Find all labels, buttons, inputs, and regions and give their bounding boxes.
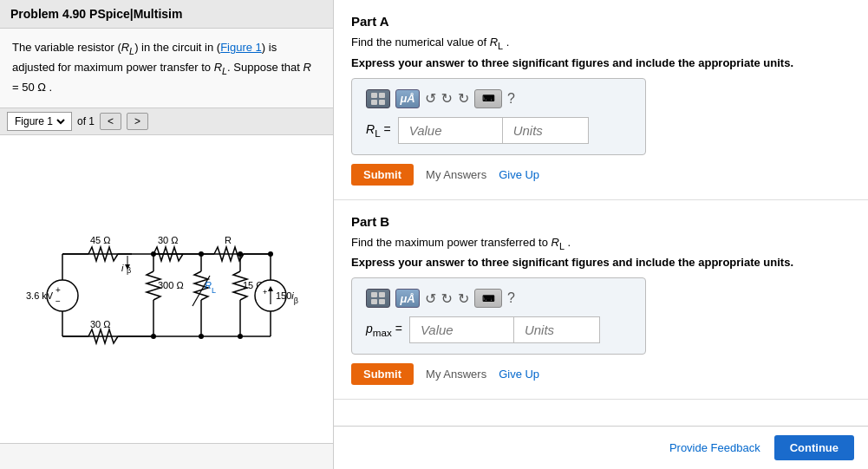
left-bottom-bar bbox=[0, 443, 333, 469]
svg-point-45 bbox=[268, 251, 273, 257]
svg-rect-49 bbox=[379, 100, 385, 105]
svg-point-39 bbox=[151, 251, 156, 257]
svg-text:RL: RL bbox=[205, 280, 216, 295]
part-b-value-input[interactable] bbox=[409, 316, 513, 343]
part-b-redo-icon[interactable]: ↺ bbox=[441, 290, 453, 307]
svg-text:30 Ω: 30 Ω bbox=[158, 235, 179, 245]
figure-link[interactable]: Figure 1 bbox=[220, 41, 262, 54]
problem-description: The variable resistor (RL) in the circui… bbox=[0, 29, 333, 108]
part-b-keyboard-icon[interactable]: ⌨ bbox=[474, 289, 502, 308]
part-a-toolbar: μÅ ↺ ↺ ↻ ⌨ ? bbox=[366, 89, 631, 108]
part-a-my-answers[interactable]: My Answers bbox=[426, 168, 486, 181]
svg-text:R: R bbox=[225, 235, 232, 245]
svg-point-44 bbox=[238, 334, 243, 339]
part-b-undo-icon[interactable]: ↺ bbox=[425, 290, 436, 307]
rl-var2: RL bbox=[214, 61, 227, 74]
svg-point-42 bbox=[199, 334, 204, 339]
svg-point-41 bbox=[151, 334, 156, 339]
refresh-icon[interactable]: ↻ bbox=[458, 90, 469, 107]
svg-rect-50 bbox=[371, 292, 377, 297]
part-a-section: Part A Find the numerical value of RL . … bbox=[334, 0, 868, 200]
part-b-refresh-icon[interactable]: ↻ bbox=[458, 290, 469, 307]
part-b-submit-button[interactable]: Submit bbox=[351, 363, 414, 385]
part-a-submit-button[interactable]: Submit bbox=[351, 164, 414, 186]
figure-select[interactable]: Figure 1 bbox=[7, 112, 72, 131]
circuit-area: + − 3.6 kV 45 Ω i β R 300 Ω bbox=[0, 135, 333, 443]
svg-text:3.6 kV: 3.6 kV bbox=[26, 290, 54, 301]
part-a-answer-box: μÅ ↺ ↺ ↻ ⌨ ? RL = bbox=[351, 78, 646, 155]
part-b-help-icon[interactable]: ? bbox=[507, 290, 515, 306]
prev-button[interactable]: < bbox=[100, 113, 121, 130]
svg-text:i: i bbox=[121, 263, 124, 273]
provide-feedback-link[interactable]: Provide Feedback bbox=[669, 441, 760, 454]
left-panel: Problem 4.90 PSpice|Multisim The variabl… bbox=[0, 0, 334, 469]
part-b-action-row: Submit My Answers Give Up bbox=[351, 363, 851, 385]
svg-rect-53 bbox=[379, 299, 385, 304]
part-b-give-up[interactable]: Give Up bbox=[499, 368, 539, 381]
svg-rect-52 bbox=[371, 299, 377, 304]
part-a-value-input[interactable] bbox=[398, 117, 502, 144]
figure-of: of 1 bbox=[77, 115, 95, 127]
svg-point-43 bbox=[238, 251, 243, 257]
keyboard-icon[interactable]: ⌨ bbox=[474, 89, 502, 108]
problem-title: Problem 4.90 PSpice|Multisim bbox=[0, 0, 333, 29]
part-a-action-row: Submit My Answers Give Up bbox=[351, 164, 851, 186]
part-b-label: pmax = bbox=[366, 322, 402, 338]
svg-text:30 Ω: 30 Ω bbox=[90, 319, 111, 329]
part-a-input-row: RL = bbox=[366, 117, 631, 144]
svg-text:45 Ω: 45 Ω bbox=[90, 235, 111, 245]
part-b-title: Part B bbox=[351, 214, 851, 229]
svg-point-40 bbox=[199, 251, 204, 257]
continue-button[interactable]: Continue bbox=[774, 435, 854, 460]
circuit-diagram: + − 3.6 kV 45 Ω i β R 300 Ω bbox=[19, 202, 314, 375]
part-b-input-row: pmax = bbox=[366, 316, 631, 343]
part-b-my-answers[interactable]: My Answers bbox=[426, 368, 486, 381]
svg-text:300 Ω: 300 Ω bbox=[158, 280, 184, 290]
part-a-desc: Find the numerical value of RL . bbox=[351, 36, 851, 51]
svg-text:+: + bbox=[55, 285, 61, 295]
part-a-title: Part A bbox=[351, 14, 851, 29]
svg-text:+: + bbox=[263, 288, 267, 296]
figure-nav: Figure 1 of 1 < > bbox=[0, 108, 333, 135]
part-b-mu-icon[interactable]: μÅ bbox=[395, 289, 420, 308]
svg-rect-51 bbox=[379, 292, 385, 297]
part-b-instruction: Express your answer to three significant… bbox=[351, 256, 851, 269]
next-button[interactable]: > bbox=[127, 113, 148, 130]
redo-icon[interactable]: ↺ bbox=[441, 90, 453, 107]
svg-rect-48 bbox=[371, 100, 377, 105]
undo-icon[interactable]: ↺ bbox=[425, 90, 436, 107]
part-a-units-input[interactable] bbox=[502, 117, 589, 144]
bottom-bar: Provide Feedback Continue bbox=[334, 426, 868, 469]
rl-var: RL bbox=[121, 41, 134, 54]
mu-icon[interactable]: μÅ bbox=[395, 89, 420, 108]
part-b-units-input[interactable] bbox=[513, 316, 600, 343]
svg-rect-47 bbox=[379, 93, 385, 98]
right-panel: Part A Find the numerical value of RL . … bbox=[334, 0, 868, 469]
part-b-desc: Find the maximum power transferred to RL… bbox=[351, 236, 851, 251]
part-b-toolbar: μÅ ↺ ↺ ↻ ⌨ ? bbox=[366, 289, 631, 308]
svg-text:−: − bbox=[55, 296, 61, 306]
part-b-answer-box: μÅ ↺ ↺ ↻ ⌨ ? pmax = bbox=[351, 277, 646, 355]
matrix-icon[interactable] bbox=[366, 89, 390, 108]
part-b-section: Part B Find the maximum power transferre… bbox=[334, 200, 868, 401]
svg-text:β: β bbox=[127, 266, 131, 275]
svg-rect-46 bbox=[371, 93, 377, 98]
part-a-give-up[interactable]: Give Up bbox=[499, 168, 539, 181]
part-b-matrix-icon[interactable] bbox=[366, 289, 390, 308]
help-icon[interactable]: ? bbox=[507, 91, 515, 107]
part-a-label: RL = bbox=[366, 122, 391, 139]
figure-dropdown[interactable]: Figure 1 bbox=[11, 114, 68, 128]
part-a-instruction: Express your answer to three significant… bbox=[351, 56, 851, 69]
